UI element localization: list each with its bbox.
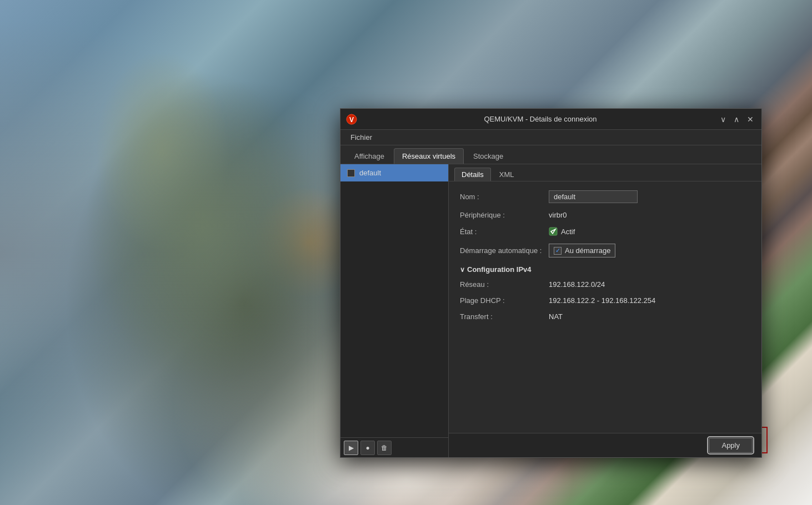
delete-icon: 🗑: [381, 444, 388, 452]
transfert-value: NAT: [549, 312, 563, 321]
network-item-label: default: [359, 169, 381, 177]
network-item-default[interactable]: default: [340, 164, 448, 181]
svg-text:V: V: [349, 116, 354, 124]
tab-stockage[interactable]: Stockage: [465, 148, 512, 164]
network-toolbar: ▶ ● 🗑: [340, 437, 448, 457]
titlebar: V QEMU/KVM - Détails de connexion ∨ ∧ ✕: [340, 109, 761, 130]
network-delete-button[interactable]: 🗑: [377, 441, 392, 455]
tab-details[interactable]: Détails: [454, 168, 491, 181]
dialog-window: V QEMU/KVM - Détails de connexion ∨ ∧ ✕ …: [340, 108, 762, 458]
chevron-down-icon: ∨: [460, 266, 465, 274]
ipv4-header-label: Configuration IPv4: [467, 265, 532, 274]
plage-label: Plage DHCP :: [460, 296, 549, 305]
plage-row: Plage DHCP : 192.168.122.2 - 192.168.122…: [460, 296, 750, 305]
tab-xml[interactable]: XML: [492, 168, 522, 181]
nom-row: Nom :: [460, 190, 750, 203]
main-content: default ▶ ● 🗑 Détails XML: [340, 164, 761, 457]
menubar: Fichier: [340, 130, 761, 145]
tab-reseaux-virtuels[interactable]: Réseaux virtuels: [394, 148, 464, 164]
nom-input[interactable]: [549, 190, 638, 203]
transfert-label: Transfert :: [460, 312, 549, 321]
demarrage-row: Démarrage automatique : ✓ Au démarrage: [460, 244, 750, 257]
status-icon: [549, 227, 558, 236]
ipv4-header: ∨ Configuration IPv4: [460, 265, 750, 274]
titlebar-buttons: ∨ ∧ ✕: [718, 115, 756, 124]
app-icon: V: [346, 114, 357, 125]
etat-value: Actif: [561, 228, 575, 236]
demarrage-checkbox-label: Au démarrage: [565, 246, 610, 255]
network-list-panel: default ▶ ● 🗑: [340, 164, 449, 457]
demarrage-checkbox[interactable]: ✓: [554, 247, 562, 255]
reseau-row: Réseau : 192.168.122.0/24: [460, 280, 750, 289]
details-tabbar: Détails XML: [449, 164, 761, 181]
peripherique-label: Périphérique :: [460, 211, 549, 219]
demarrage-label: Démarrage automatique :: [460, 246, 549, 255]
ipv4-section: ∨ Configuration IPv4 Réseau : 192.168.12…: [460, 265, 750, 321]
restore-button[interactable]: ∧: [731, 115, 741, 124]
nom-label: Nom :: [460, 193, 549, 201]
network-stop-button[interactable]: ●: [360, 441, 375, 455]
apply-button[interactable]: Apply: [709, 438, 753, 453]
stop-icon: ●: [365, 444, 369, 452]
transfert-row: Transfert : NAT: [460, 312, 750, 321]
peripherique-value: virbr0: [549, 211, 567, 219]
demarrage-checkbox-container[interactable]: ✓ Au démarrage: [549, 244, 615, 257]
details-panel: Détails XML Nom : Périphérique : virbr0 …: [449, 164, 761, 457]
tab-affichage[interactable]: Affichage: [346, 148, 393, 164]
network-checkbox[interactable]: [347, 169, 355, 177]
etat-row: État : Actif: [460, 227, 750, 236]
fichier-menu[interactable]: Fichier: [346, 133, 377, 142]
reseau-value: 192.168.122.0/24: [549, 280, 605, 289]
network-play-button[interactable]: ▶: [344, 441, 358, 455]
details-content: Nom : Périphérique : virbr0 État :: [449, 181, 761, 433]
close-button[interactable]: ✕: [745, 115, 756, 124]
peripherique-row: Périphérique : virbr0: [460, 211, 750, 219]
plage-value: 192.168.122.2 - 192.168.122.254: [549, 296, 655, 305]
play-icon: ▶: [349, 444, 354, 452]
minimize-button[interactable]: ∨: [718, 115, 728, 124]
action-bar: Apply: [449, 433, 761, 457]
main-tabbar: Affichage Réseaux virtuels Stockage: [340, 145, 761, 164]
dialog-title: QEMU/KVM - Détails de connexion: [363, 115, 718, 123]
reseau-label: Réseau :: [460, 280, 549, 289]
etat-label: État :: [460, 228, 549, 236]
